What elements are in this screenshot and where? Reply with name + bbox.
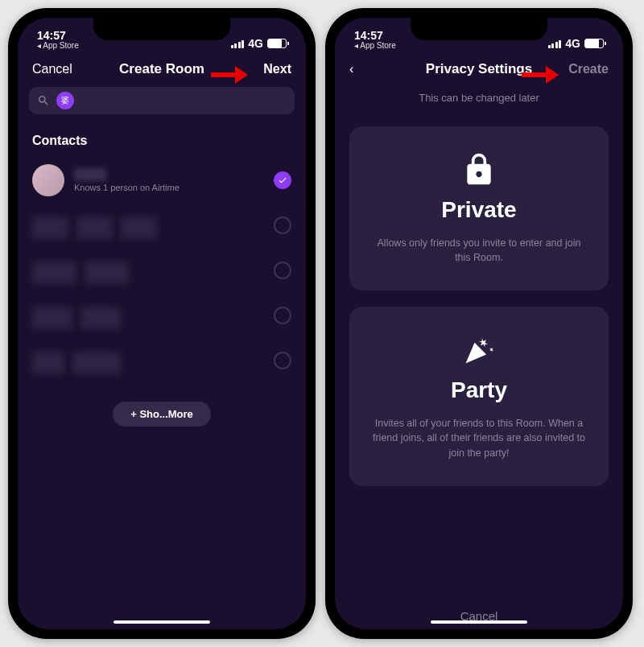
network-label: 4G xyxy=(565,37,580,50)
home-indicator[interactable] xyxy=(431,620,527,624)
contact-name-redacted xyxy=(74,168,106,181)
contact-row-redacted[interactable] xyxy=(18,340,306,385)
privacy-option-private[interactable]: Private Allows only friends you invite t… xyxy=(349,126,609,291)
arrow-annotation xyxy=(522,66,559,87)
page-title: Privacy Settings xyxy=(426,61,532,77)
option-description: Allows only friends you invite to enter … xyxy=(369,236,589,265)
phone-left: 14:57 ◂ App Store 4G Cancel Create Room … xyxy=(8,8,316,639)
lock-icon xyxy=(369,152,589,188)
battery-icon xyxy=(267,39,287,48)
page-title: Create Room xyxy=(119,61,204,77)
show-more-button[interactable]: + Sho...More xyxy=(113,402,211,427)
nav-bar: ‹ Privacy Settings Create xyxy=(335,52,623,85)
signal-icon xyxy=(548,39,562,48)
signal-icon xyxy=(231,39,245,48)
network-label: 4G xyxy=(248,37,263,50)
contact-row-redacted[interactable] xyxy=(18,205,306,250)
back-to-app[interactable]: ◂ App Store xyxy=(37,42,79,51)
cancel-button[interactable]: Cancel xyxy=(335,596,623,629)
option-title: Private xyxy=(369,197,589,223)
nav-bar: Cancel Create Room Next xyxy=(18,52,306,85)
home-indicator[interactable] xyxy=(114,620,210,624)
contact-row-redacted[interactable] xyxy=(18,295,306,340)
back-button[interactable]: ‹ xyxy=(349,62,406,76)
avatar xyxy=(32,164,64,196)
search-chip[interactable]: 婆 xyxy=(56,92,74,109)
privacy-option-party[interactable]: Party Invites all of your friends to thi… xyxy=(349,307,609,485)
contact-checkbox[interactable] xyxy=(274,307,291,324)
party-icon xyxy=(369,332,589,368)
status-time: 14:57 xyxy=(354,30,396,42)
create-button[interactable]: Create xyxy=(552,62,609,76)
search-icon xyxy=(37,94,50,107)
cancel-button[interactable]: Cancel xyxy=(32,62,89,76)
contact-checkbox[interactable] xyxy=(274,352,291,369)
phone-right: 14:57 ◂ App Store 4G ‹ Privacy Settings … xyxy=(325,8,633,639)
search-input[interactable]: 婆 xyxy=(29,87,295,114)
status-time: 14:57 xyxy=(37,30,79,42)
option-title: Party xyxy=(369,377,589,403)
contact-checkbox[interactable] xyxy=(274,262,291,279)
contact-row[interactable]: Knows 1 person on Airtime xyxy=(18,156,306,205)
arrow-annotation xyxy=(211,66,248,87)
page-subtitle: This can be changed later xyxy=(335,85,623,118)
contact-row-redacted[interactable] xyxy=(18,250,306,295)
battery-icon xyxy=(584,39,604,48)
option-description: Invites all of your friends to this Room… xyxy=(369,416,589,459)
contact-checkbox-checked[interactable] xyxy=(274,171,291,189)
contact-subtitle: Knows 1 person on Airtime xyxy=(74,183,264,192)
back-to-app[interactable]: ◂ App Store xyxy=(354,42,396,51)
contacts-header: Contacts xyxy=(18,119,306,156)
contact-checkbox[interactable] xyxy=(274,216,291,234)
